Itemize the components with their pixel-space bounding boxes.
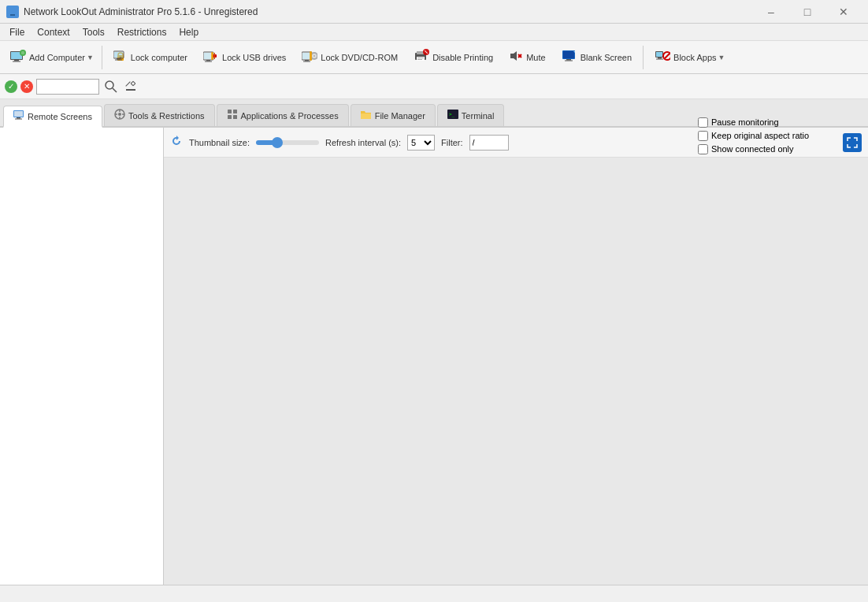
lock-usb-button[interactable]: Lock USB drives <box>196 44 293 71</box>
add-computer-arrow: ▼ <box>87 54 94 61</box>
tab-tools-restrictions-label: Tools & Restrictions <box>128 111 205 121</box>
tab-tools-restrictions[interactable]: Tools & Restrictions <box>104 104 215 126</box>
menu-restrictions[interactable]: Restrictions <box>111 25 173 39</box>
disable-printing-label: Disable Printing <box>432 53 493 62</box>
svg-rect-37 <box>417 59 422 60</box>
show-connected-item[interactable]: Show connected only <box>698 144 830 154</box>
svg-point-29 <box>313 55 315 57</box>
tab-file-manager[interactable]: File Manager <box>351 104 436 126</box>
cancel-button[interactable]: ✕ <box>20 80 33 93</box>
pause-monitoring-label: Pause monitoring <box>711 117 779 127</box>
lock-dvd-label: Lock DVD/CD-ROM <box>321 53 398 62</box>
svg-rect-30 <box>310 52 311 60</box>
svg-rect-1 <box>10 14 15 16</box>
close-button[interactable]: ✕ <box>825 0 862 24</box>
svg-rect-21 <box>214 53 215 59</box>
window-title: Network LookOut Administrator Pro 5.1.6 … <box>24 6 753 17</box>
terminal-tab-icon: >_ <box>447 110 458 121</box>
add-computer-button[interactable]: Add Computer ▼ <box>3 44 98 71</box>
lock-computer-label: Lock computer <box>131 53 187 62</box>
blank-screen-icon <box>562 49 577 66</box>
lock-computer-icon <box>113 49 128 66</box>
app-icon <box>6 6 19 18</box>
toolbar: Add Computer ▼ Lock computer <box>0 41 868 74</box>
disable-printing-icon <box>414 49 429 66</box>
edit-button[interactable] <box>123 78 140 95</box>
svg-rect-61 <box>17 117 20 119</box>
pause-monitoring-item[interactable]: Pause monitoring <box>698 117 830 128</box>
tab-remote-screens[interactable]: Remote Screens <box>3 106 102 128</box>
svg-rect-58 <box>131 81 135 86</box>
search-button[interactable] <box>102 78 120 95</box>
apps-tab-icon <box>227 109 238 122</box>
menu-context[interactable]: Context <box>31 25 76 39</box>
svg-rect-32 <box>303 61 310 61</box>
keep-aspect-checkbox[interactable] <box>698 131 708 141</box>
screens-content-area <box>164 158 868 585</box>
lock-dvd-button[interactable]: Lock DVD/CD-ROM <box>295 44 405 71</box>
lock-usb-icon <box>203 49 219 66</box>
mute-button[interactable]: Mute <box>502 44 552 71</box>
blank-screen-button[interactable]: Blank Screen <box>555 44 639 71</box>
statusbar <box>0 585 868 602</box>
svg-rect-46 <box>565 60 573 61</box>
svg-rect-73 <box>361 113 371 119</box>
menu-tools[interactable]: Tools <box>76 25 111 39</box>
confirm-button[interactable]: ✓ <box>5 80 17 93</box>
svg-rect-70 <box>233 110 237 113</box>
svg-rect-24 <box>205 61 212 61</box>
refresh-interval-select[interactable]: 1 2 3 5 10 15 30 60 <box>407 135 435 150</box>
svg-rect-17 <box>115 59 122 60</box>
svg-rect-53 <box>656 58 663 59</box>
fullscreen-button[interactable] <box>843 133 862 152</box>
filter-label: Filter: <box>441 138 463 147</box>
block-apps-icon <box>655 49 670 66</box>
filter-input[interactable] <box>469 135 509 150</box>
tab-terminal[interactable]: >_ Terminal <box>437 104 505 126</box>
minimize-button[interactable]: – <box>753 0 789 24</box>
sep2 <box>643 46 644 69</box>
svg-rect-16 <box>117 58 121 60</box>
mute-icon <box>509 49 523 66</box>
menubar: File Context Tools Restrictions Help <box>0 24 868 41</box>
refresh-interval-label: Refresh interval (s): <box>325 138 401 147</box>
show-connected-label: Show connected only <box>711 144 794 154</box>
menu-help[interactable]: Help <box>172 25 205 39</box>
refresh-icon[interactable] <box>170 135 183 150</box>
main-layout: Thumbnail size: Refresh interval (s): 1 … <box>0 128 868 585</box>
svg-line-51 <box>665 53 670 58</box>
svg-text:>_: >_ <box>449 111 455 117</box>
titlebar: Network LookOut Administrator Pro 5.1.6 … <box>0 0 868 24</box>
svg-point-54 <box>106 81 113 89</box>
window-controls: – □ ✕ <box>753 0 862 24</box>
disable-printing-button[interactable]: Disable Printing <box>406 44 500 71</box>
search-input[interactable] <box>36 79 99 95</box>
pause-monitoring-checkbox[interactable] <box>698 117 708 128</box>
add-computer-label: Add Computer <box>29 53 85 62</box>
block-apps-button[interactable]: Block Apps ▼ <box>647 44 729 71</box>
blank-screen-label: Blank Screen <box>581 53 632 62</box>
computer-list-panel <box>0 128 164 585</box>
tab-applications-processes[interactable]: Applications & Processes <box>217 104 349 126</box>
thumbnail-slider[interactable] <box>256 140 319 145</box>
svg-point-64 <box>118 113 121 116</box>
show-connected-checkbox[interactable] <box>698 144 708 154</box>
svg-rect-72 <box>233 115 237 119</box>
mute-label: Mute <box>526 53 545 62</box>
remote-screens-panel: Thumbnail size: Refresh interval (s): 1 … <box>164 128 868 585</box>
svg-rect-45 <box>566 59 571 61</box>
keep-aspect-item[interactable]: Keep original aspect ratio <box>698 131 830 141</box>
lock-computer-button[interactable]: Lock computer <box>106 44 195 71</box>
svg-rect-31 <box>305 60 309 61</box>
lock-dvd-icon <box>302 49 317 66</box>
svg-rect-23 <box>206 60 210 61</box>
svg-rect-2 <box>9 16 17 17</box>
file-manager-tab-icon <box>361 110 372 122</box>
tab-terminal-label: Terminal <box>462 111 495 121</box>
menu-file[interactable]: File <box>3 25 31 39</box>
svg-rect-62 <box>15 119 22 120</box>
remote-screens-tab-icon <box>13 110 24 122</box>
maximize-button[interactable]: □ <box>789 0 825 24</box>
tools-tab-icon <box>114 109 125 122</box>
tab-remote-screens-label: Remote Screens <box>28 112 92 121</box>
